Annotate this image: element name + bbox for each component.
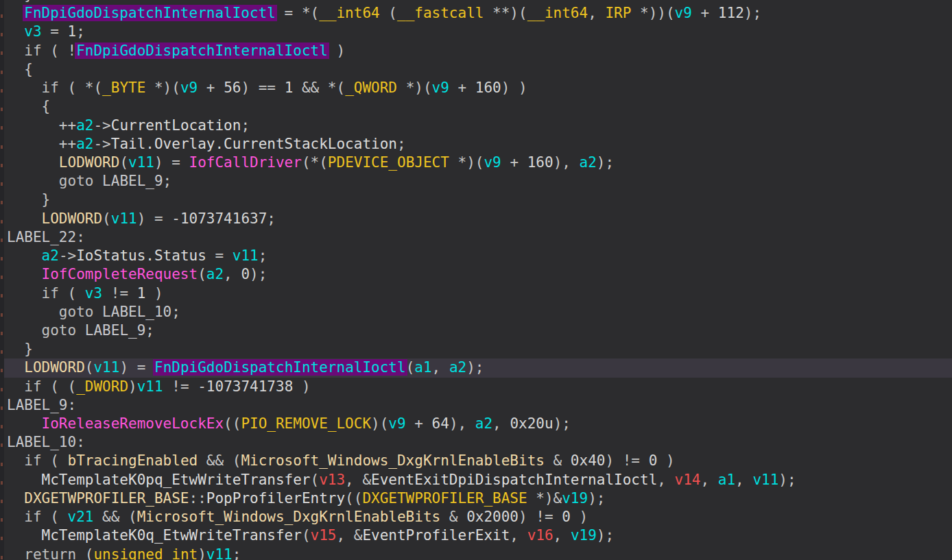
code-token[interactable]: v9: [484, 154, 501, 171]
code-line[interactable]: return (unsigned int)v11;: [4, 546, 952, 560]
code-token[interactable]: }: [7, 341, 33, 357]
code-token[interactable]: **)(: [484, 5, 527, 21]
code-token[interactable]: LABEL_9:: [7, 397, 76, 413]
code-token[interactable]: ): [293, 378, 310, 395]
code-token[interactable]: LODWORD: [59, 154, 120, 171]
code-token[interactable]: DXGETWPROFILER_BASE: [24, 490, 189, 507]
code-token[interactable]: ++: [7, 117, 76, 134]
code-token[interactable]: (: [42, 452, 68, 469]
code-token[interactable]: Microsoft_Windows_DxgKrnlEnableBits: [137, 509, 441, 525]
code-line[interactable]: if ( bTracingEnabled && (Microsoft_Windo…: [4, 452, 952, 470]
code-line[interactable]: goto LABEL_9;: [4, 172, 952, 191]
highlighted-identifier[interactable]: FnDpiGdoDispatchInternalIoctl: [24, 5, 276, 21]
code-line[interactable]: LODWORD(v11) = IofCallDriver(*(PDEVICE_O…: [4, 154, 952, 172]
code-token[interactable]: v19: [571, 527, 597, 544]
code-token[interactable]: 0x40: [571, 452, 606, 469]
code-token[interactable]: ;: [397, 136, 406, 152]
code-token[interactable]: [7, 322, 42, 339]
code-token[interactable]: goto: [42, 322, 77, 339]
code-token[interactable]: ,: [657, 472, 674, 488]
code-token[interactable]: if: [24, 452, 41, 469]
code-token[interactable]: unsigned int: [93, 546, 198, 560]
code-token[interactable]: LABEL_10:: [7, 434, 85, 450]
code-token[interactable]: *)(: [449, 154, 484, 171]
code-token[interactable]: v21: [68, 509, 94, 525]
code-token[interactable]: v11: [93, 359, 119, 376]
code-line[interactable]: IofCompleteRequest(a2, 0);: [4, 265, 952, 284]
code-token[interactable]: LABEL_22:: [7, 229, 85, 245]
code-token[interactable]: ;: [241, 117, 250, 134]
code-line[interactable]: if ( *(_BYTE *)(v9 + 56) == 1 && *(_QWOR…: [4, 79, 952, 97]
code-token[interactable]: [7, 173, 59, 189]
code-token[interactable]: +: [692, 5, 718, 21]
code-token[interactable]: (: [311, 472, 320, 488]
code-token[interactable]: ;: [76, 23, 85, 40]
code-token[interactable]: [93, 173, 102, 189]
code-token[interactable]: v9: [675, 5, 692, 21]
code-token[interactable]: ( !: [42, 42, 77, 59]
code-token[interactable]: IoStatus.Status: [76, 247, 206, 264]
code-token[interactable]: ): [128, 378, 137, 395]
code-line[interactable]: ++a2->CurrentLocation;: [4, 117, 952, 135]
highlighted-identifier[interactable]: FnDpiGdoDispatchInternalIoctl: [76, 42, 328, 59]
code-token[interactable]: 0: [241, 266, 250, 282]
code-token[interactable]: ( (: [42, 378, 77, 395]
code-line-current[interactable]: LODWORD(v11) = FnDpiGdoDispatchInternalI…: [4, 358, 952, 377]
code-line[interactable]: LABEL_9:: [4, 396, 952, 415]
code-token[interactable]: goto: [59, 304, 94, 320]
code-line[interactable]: FnDpiGdoDispatchInternalIoctl = *(__int6…: [4, 4, 952, 23]
code-token[interactable]: ->: [59, 247, 76, 264]
code-line[interactable]: goto LABEL_10;: [4, 303, 952, 321]
code-token[interactable]: v16: [527, 527, 554, 544]
code-token[interactable]: =: [206, 247, 233, 264]
code-token[interactable]: [7, 546, 24, 560]
code-token[interactable]: (: [85, 359, 94, 376]
code-token[interactable]: && *(: [293, 80, 345, 96]
code-token[interactable]: [7, 210, 42, 227]
code-token[interactable]: &: [440, 509, 466, 525]
code-line[interactable]: LABEL_10:: [4, 433, 952, 452]
code-line[interactable]: if ( (_DWORD)v11 != -1073741738 ): [4, 378, 952, 396]
code-token[interactable]: );: [588, 490, 605, 507]
code-token[interactable]: ((: [224, 415, 241, 432]
code-token[interactable]: PopProfilerEntry: [206, 490, 345, 507]
code-token[interactable]: [7, 472, 42, 488]
code-token[interactable]: v11: [752, 472, 778, 488]
code-token[interactable]: !=: [102, 285, 137, 302]
code-token[interactable]: ;: [171, 304, 180, 320]
code-token[interactable]: [7, 415, 42, 432]
code-token[interactable]: (*(: [302, 154, 328, 171]
code-token[interactable]: goto: [59, 173, 94, 189]
code-token[interactable]: -1073741738: [198, 378, 293, 395]
code-token[interactable]: [93, 304, 102, 320]
code-line[interactable]: McTemplateK0q_EtwWriteTransfer(v15, &Eve…: [4, 526, 952, 545]
code-token[interactable]: !=: [163, 378, 198, 395]
code-token[interactable]: ,: [224, 266, 241, 282]
code-token[interactable]: v9: [180, 80, 198, 96]
code-token[interactable]: ),: [554, 154, 580, 171]
code-token[interactable]: v11: [111, 210, 137, 227]
code-token[interactable]: CurrentLocation: [111, 117, 241, 134]
code-token[interactable]: (: [380, 5, 397, 21]
code-token[interactable]: 112: [718, 5, 744, 21]
code-line[interactable]: LABEL_22:: [4, 228, 952, 247]
code-token[interactable]: )(: [371, 415, 388, 432]
code-token[interactable]: v11: [206, 546, 233, 560]
code-token[interactable]: if: [42, 285, 59, 302]
code-token[interactable]: [7, 378, 24, 395]
code-token[interactable]: ;: [259, 247, 267, 264]
code-token[interactable]: ): [328, 42, 345, 59]
code-token[interactable]: , &: [345, 472, 371, 488]
code-token[interactable]: v19: [562, 490, 588, 507]
code-token[interactable]: 0x2000: [466, 509, 519, 525]
code-token[interactable]: LODWORD: [24, 359, 85, 376]
code-token[interactable]: a1: [718, 472, 735, 488]
code-token[interactable]: PIO_REMOVE_LOCK: [241, 415, 371, 432]
code-token[interactable]: ) =: [154, 154, 189, 171]
code-token[interactable]: );: [597, 527, 614, 544]
code-line[interactable]: if ( v3 != 1 ): [4, 284, 952, 303]
code-token[interactable]: ,: [554, 527, 571, 544]
code-token[interactable]: [7, 247, 42, 264]
code-token[interactable]: Tail.Overlay.CurrentStackLocation: [111, 136, 397, 152]
code-token[interactable]: IofCompleteRequest: [42, 266, 198, 282]
